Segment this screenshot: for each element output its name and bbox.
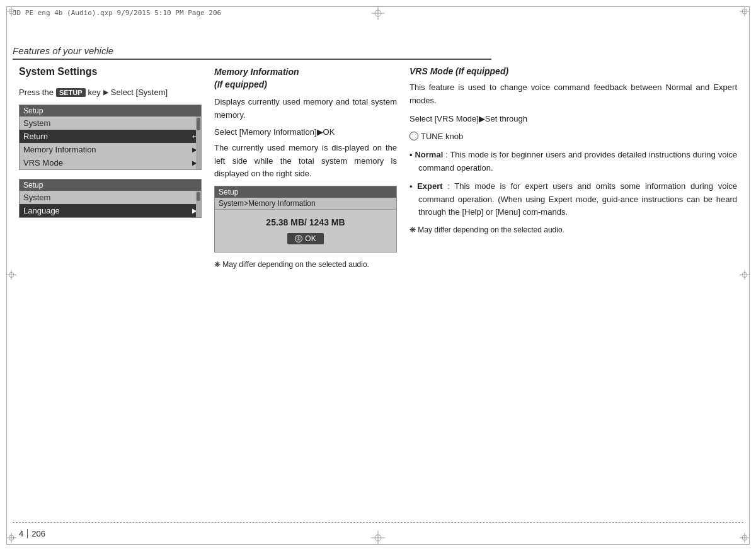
bullet-expert: • Expert : This mode is for expert users…	[410, 180, 737, 219]
content-columns: System Settings Press the SETUP key ▶ Se…	[19, 66, 737, 270]
memory-body1: Displays currently used memory and total…	[214, 96, 397, 122]
memory-info-title: Memory Information (If equipped)	[214, 66, 397, 91]
vrs-select-line: Select [VRS Mode]▶Set through	[410, 113, 737, 126]
menu2-item-language[interactable]: Language ▶	[20, 204, 201, 217]
menu-box-2: Setup System Language ▶	[19, 179, 202, 218]
chapter-number: 4	[19, 529, 28, 538]
system-settings-heading: System Settings	[19, 66, 202, 77]
tune-knob-icon	[410, 132, 418, 140]
vrs-title: VRS Mode (If equipped)	[410, 66, 737, 76]
vrs-body1: This feature is used to change voice com…	[410, 81, 737, 108]
memory-select-line: Select [Memory Information]▶OK	[214, 127, 397, 137]
menu1-item-vrs[interactable]: VRS Mode ▶	[20, 156, 201, 169]
middle-note: ❋ May differ depending on the selected a…	[214, 259, 397, 270]
menu2-header: Setup	[20, 179, 201, 191]
middle-column: Memory Information (If equipped) Display…	[214, 66, 397, 270]
left-column: System Settings Press the SETUP key ▶ Se…	[19, 66, 202, 270]
memory-screen: Setup System>Memory Information 25.38 MB…	[214, 186, 397, 253]
top-meta: JD PE eng 4b (Audio).qxp 9/9/2015 5:10 P…	[13, 9, 221, 17]
screen-body: 25.38 MB/ 1243 MB ① OK	[215, 210, 396, 252]
bottom-dashed-line	[13, 522, 743, 523]
memory-value: 25.38 MB/ 1243 MB	[219, 217, 392, 227]
crosshair-bottom-center	[371, 531, 385, 545]
select-text: Select [System]	[111, 88, 168, 97]
menu1-item-return[interactable]: Return ↩	[20, 130, 201, 143]
crosshair-left-mid	[6, 270, 16, 281]
crosshair-bottom-left	[6, 533, 16, 545]
ok-button[interactable]: ① OK	[287, 233, 323, 244]
press-suffix: key	[88, 88, 101, 97]
menu2-item-system: System	[20, 191, 201, 204]
tune-label: TUNE knob	[421, 130, 463, 144]
page-num: 206	[32, 529, 45, 538]
menu-box-1: Setup System Return ↩ Memory Information…	[19, 105, 202, 170]
section-header: Features of your vehicle	[13, 45, 743, 60]
menu1-header: Setup	[20, 105, 201, 116]
scrollbar-1[interactable]	[196, 116, 201, 169]
menu1-item-system: System	[20, 116, 201, 130]
setup-badge: SETUP	[56, 88, 86, 97]
scrollbar-2[interactable]	[196, 191, 201, 217]
press-line: Press the SETUP key ▶ Select [System]	[19, 88, 202, 97]
menu1-items: System Return ↩ Memory Information ▶ VRS…	[20, 116, 201, 169]
tune-line: TUNE knob	[410, 130, 737, 144]
crosshair-top-left	[6, 6, 16, 18]
menu2-items: System Language ▶	[20, 191, 201, 217]
press-prefix: Press the	[19, 88, 54, 97]
arrow-icon: ▶	[103, 88, 108, 96]
ok-circle-icon: ①	[295, 235, 302, 242]
ok-label: OK	[305, 234, 316, 243]
screen-subheader: System>Memory Information	[215, 198, 396, 210]
right-note: ❋ May differ depending on the selected a…	[410, 224, 737, 236]
crosshair-top-center	[371, 6, 385, 20]
crosshair-bottom-right	[740, 533, 750, 545]
crosshair-top-right	[740, 6, 750, 18]
bullet-normal: • Normal : This mode is for beginner use…	[410, 149, 737, 175]
screen-header: Setup	[215, 186, 396, 198]
right-column: VRS Mode (If equipped) This feature is u…	[410, 66, 737, 270]
crosshair-right-mid	[740, 270, 750, 281]
memory-body2: The currently used memory is dis-played …	[214, 142, 397, 181]
menu1-item-memory[interactable]: Memory Information ▶	[20, 143, 201, 156]
page-number-area: 4 206	[19, 529, 45, 538]
section-header-title: Features of your vehicle	[13, 45, 491, 60]
